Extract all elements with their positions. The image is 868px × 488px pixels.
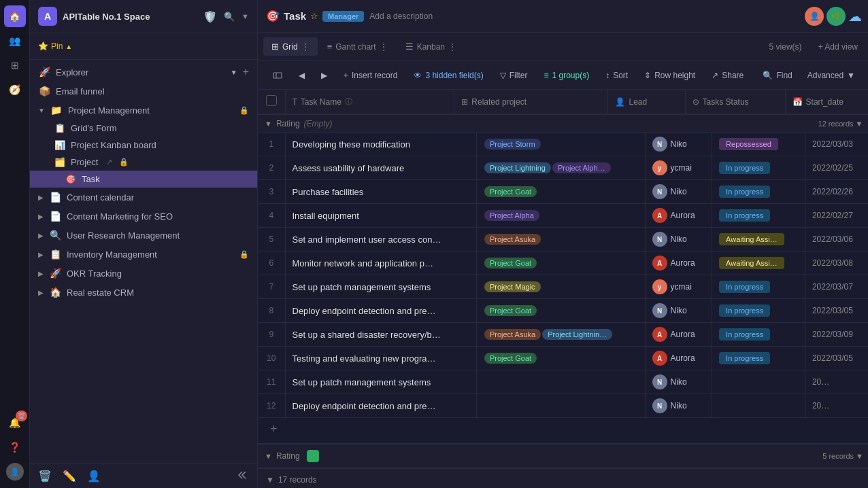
sidebar-item-email-funnel[interactable]: 📦 Email funnel: [30, 82, 257, 101]
delete-icon[interactable]: 🗑️: [38, 470, 52, 483]
row-projects[interactable]: Project LightningProject Alph…: [476, 156, 645, 180]
notification-icon[interactable]: 🔔 🗑️: [4, 412, 26, 434]
home-icon[interactable]: 🏠: [4, 5, 26, 27]
table-row: 4Install equipmentProject AlphaAAuroraIn…: [258, 204, 868, 228]
sidebar-item-project-management[interactable]: ▼ 📁 Project Management 🔒: [30, 101, 257, 120]
sidebar-item-task[interactable]: 🎯 Task: [30, 171, 257, 188]
kanban-tab-label: Kanban: [417, 42, 445, 52]
advanced-btn[interactable]: Advanced ▼: [801, 67, 862, 84]
group2-chevron[interactable]: ▼: [265, 452, 272, 460]
row-task-name[interactable]: Set and implement user access con…: [285, 228, 476, 251]
views-count-btn[interactable]: 5 view(s): [763, 39, 809, 55]
group-btn[interactable]: ≡ 1 group(s): [537, 67, 596, 84]
grid-tab-more[interactable]: ⋮: [301, 42, 310, 52]
nav-back-btn[interactable]: ◀: [292, 67, 312, 84]
hidden-fields-btn[interactable]: 👁 3 hidden field(s): [407, 67, 490, 84]
row-height-btn[interactable]: ⇕ Row height: [637, 67, 702, 84]
row-task-name[interactable]: Monitor network and application p…: [285, 251, 476, 275]
table-row: 8Deploy endpoint detection and pre…Proje…: [258, 299, 868, 323]
kanban-tab-more[interactable]: ⋮: [448, 42, 456, 52]
sidebar-item-explorer[interactable]: 🚀 Explorer ▼ +: [30, 63, 257, 82]
sidebar-item-project-kanban[interactable]: 📊 Project Kanban board: [30, 137, 257, 154]
sidebar-item-real-estate[interactable]: ▶ 🏠 Real estate CRM: [30, 283, 257, 302]
left-icon-strip: 🏠 👥 ⊞ 🧭 🔔 🗑️ ❓ 👤: [0, 0, 30, 488]
sidebar-item-user-research[interactable]: ▶ 🔍 User Research Management: [30, 226, 257, 245]
tab-gantt[interactable]: ≡ Gantt chart ⋮: [319, 37, 396, 56]
row-projects[interactable]: Project Goat: [476, 347, 645, 370]
row-task-name[interactable]: Deploy endpoint detection and pre…: [285, 299, 476, 323]
description-text[interactable]: Add a description: [369, 12, 433, 21]
user-avatar-footer[interactable]: 👤: [4, 461, 26, 483]
gantt-tab-more[interactable]: ⋮: [380, 42, 388, 52]
row-task-name[interactable]: Assess usability of hardware: [285, 156, 476, 180]
sidebar: A APITable No.1 Space 🛡️ 🔍 ▼ ⭐ Pin ▲ 🚀 E…: [30, 0, 258, 488]
add-view-btn[interactable]: + Add view: [812, 39, 865, 55]
row-task-name[interactable]: Deploy endpoint detection and pre…: [285, 394, 476, 418]
pin-label: Pin: [51, 41, 63, 51]
find-btn[interactable]: 🔍 Find: [756, 67, 799, 84]
row-projects[interactable]: Project Alpha: [476, 204, 645, 228]
row-number: 11: [258, 370, 285, 394]
sidebar-item-inventory[interactable]: ▶ 📋 Inventory Management 🔒: [30, 245, 257, 264]
row-projects[interactable]: [476, 370, 645, 394]
collapse-panel-btn[interactable]: [266, 67, 289, 84]
add-row-btn[interactable]: +: [258, 418, 868, 438]
select-all-checkbox[interactable]: [266, 95, 277, 106]
filter-btn[interactable]: ▽ Filter: [493, 67, 535, 84]
row-task-name[interactable]: Set up patch management systems: [285, 370, 476, 394]
share-label: Share: [722, 71, 744, 80]
add-member-icon[interactable]: 👤: [87, 470, 101, 483]
group1-chevron[interactable]: ▼: [265, 120, 272, 128]
sidebar-item-content-marketing[interactable]: ▶ 📄 Content Marketing for SEO: [30, 207, 257, 226]
row-task-name[interactable]: Set up a shared disaster recovery/b…: [285, 323, 476, 347]
row-task-name[interactable]: Set up patch management systems: [285, 275, 476, 299]
edit-icon[interactable]: ✏️: [63, 470, 76, 483]
sidebar-item-project[interactable]: 🗂️ Project ↗ 🔒: [30, 154, 257, 171]
row-projects[interactable]: Project Goat: [476, 251, 645, 275]
total-records-bar[interactable]: ▼ 17 records: [258, 468, 868, 488]
lead-name: Niko: [671, 401, 687, 411]
row-task-name[interactable]: Purchase facilities: [285, 180, 476, 204]
row-projects[interactable]: Project Storm: [476, 133, 645, 156]
tab-grid[interactable]: ⊞ Grid ⋮: [263, 37, 318, 56]
sidebar-search-icon[interactable]: 🔍: [222, 10, 236, 23]
table-row: 2Assess usability of hardwareProject Lig…: [258, 156, 868, 180]
collapse-sidebar-btn[interactable]: [238, 470, 249, 483]
row-projects[interactable]: Project Magic: [476, 275, 645, 299]
row-task-name[interactable]: Developing these modification: [285, 133, 476, 156]
insert-record-btn[interactable]: + Insert record: [337, 67, 404, 84]
checkbox-all[interactable]: [266, 95, 277, 106]
cm-chevron: ▶: [38, 213, 44, 220]
grid-container[interactable]: T Task Name ⓘ ⊞ Related project 👤: [258, 90, 868, 488]
tab-kanban[interactable]: ☰ Kanban ⋮: [397, 37, 465, 56]
sort-btn[interactable]: ↕ Sort: [599, 67, 635, 84]
row-projects[interactable]: Project Goat: [476, 299, 645, 323]
row-projects[interactable]: Project Goat: [476, 180, 645, 204]
sidebar-collapse-chevron[interactable]: ▼: [241, 12, 249, 20]
task-title-icon: 🎯: [266, 10, 280, 22]
advanced-label: Advanced: [807, 71, 844, 80]
add-row-icon[interactable]: +: [265, 421, 283, 438]
row-projects[interactable]: Project Asuka: [476, 228, 645, 251]
row-task-name[interactable]: Testing and evaluating new progra…: [285, 347, 476, 370]
status-badge: Awaiting Assi…: [719, 233, 784, 245]
help-icon[interactable]: ❓: [4, 436, 26, 458]
people-icon[interactable]: 👥: [4, 30, 26, 52]
project-tag: Project Goat: [484, 305, 537, 316]
grid-view-icon[interactable]: ⊞: [4, 54, 26, 76]
nav-forward-btn[interactable]: ▶: [314, 67, 334, 84]
sidebar-item-okr[interactable]: ▶ 🚀 OKR Tracking: [30, 264, 257, 283]
task-name-info-icon[interactable]: ⓘ: [345, 97, 352, 107]
row-projects[interactable]: [476, 394, 645, 418]
sidebar-item-grids-form[interactable]: 📋 Grid's Form: [30, 120, 257, 137]
explore-icon[interactable]: 🧭: [4, 79, 26, 101]
share-btn[interactable]: ↗ Share: [705, 67, 750, 84]
select-all-col[interactable]: [258, 90, 285, 114]
table-row: 5Set and implement user access con…Proje…: [258, 228, 868, 251]
row-projects[interactable]: Project AsukaProject Lightnin…: [476, 323, 645, 347]
star-icon[interactable]: ☆: [310, 11, 318, 21]
pin-section[interactable]: ⭐ Pin ▲: [30, 39, 257, 56]
row-task-name[interactable]: Install equipment: [285, 204, 476, 228]
add-item-icon[interactable]: +: [243, 66, 249, 78]
sidebar-item-content-calendar[interactable]: ▶ 📄 Content calendar: [30, 188, 257, 207]
